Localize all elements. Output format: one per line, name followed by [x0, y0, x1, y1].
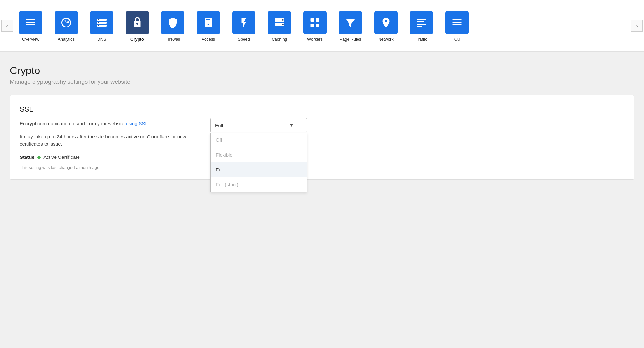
page-title: Crypto — [10, 65, 634, 77]
svg-rect-22 — [453, 19, 462, 20]
bolt-icon — [238, 17, 250, 28]
svg-rect-0 — [26, 19, 35, 20]
nav-label-dns: DNS — [97, 37, 106, 42]
ssl-note: It may take up to 24 hours after the sit… — [20, 133, 194, 148]
more-icon — [451, 17, 463, 28]
ssl-dropdown[interactable]: Full ▼ — [210, 118, 307, 132]
page-content: Crypto Manage cryptography settings for … — [0, 52, 644, 348]
nav-label-page-rules: Page Rules — [339, 37, 361, 42]
dropdown-option-flexible[interactable]: Flexible — [211, 147, 307, 162]
caching-icon-box — [268, 11, 291, 34]
traffic-icon — [416, 17, 427, 28]
svg-rect-23 — [453, 22, 462, 23]
ssl-title: SSL — [20, 105, 194, 114]
ssl-link[interactable]: using SSL. — [126, 121, 149, 126]
dropdown-selected-value: Full — [215, 123, 223, 128]
page-subtitle: Manage cryptography settings for your we… — [10, 79, 634, 85]
nav-item-analytics[interactable]: Analytics — [48, 6, 84, 45]
svg-point-8 — [98, 22, 99, 23]
nav-item-network[interactable]: Network — [368, 6, 404, 45]
dropdown-option-full[interactable]: Full — [211, 162, 307, 177]
analytics-icon-box — [55, 11, 78, 34]
door-icon — [203, 17, 214, 28]
chevron-down-icon: ▼ — [289, 122, 294, 128]
svg-rect-20 — [417, 24, 426, 25]
ssl-changed-text: This setting was last changed a month ag… — [20, 165, 194, 170]
nav-item-crypto[interactable]: Crypto — [119, 6, 155, 45]
nav-items: Overview Analytics DNS — [13, 0, 631, 51]
cu-icon-box — [445, 11, 469, 34]
svg-point-12 — [282, 19, 284, 21]
scroll-left-button[interactable]: ‹ — [1, 20, 13, 32]
nav-item-workers[interactable]: Workers — [297, 6, 333, 45]
dropdown-option-off[interactable]: Off — [211, 133, 307, 147]
nav-item-caching[interactable]: Caching — [262, 6, 297, 45]
card-right: Full ▼ Off Flexible Full Full (strict) — [204, 95, 307, 179]
filter-icon — [345, 17, 356, 28]
workers-icon-box — [303, 11, 327, 34]
dropdown-option-full-strict[interactable]: Full (strict) — [211, 177, 307, 192]
nav-label-access: Access — [202, 37, 215, 42]
svg-rect-24 — [453, 24, 462, 25]
nav-label-network: Network — [378, 37, 394, 42]
svg-point-13 — [282, 24, 284, 25]
svg-rect-21 — [417, 26, 422, 27]
overview-icon — [25, 17, 36, 28]
analytics-icon — [60, 17, 72, 28]
svg-rect-19 — [417, 21, 424, 22]
network-icon-box — [374, 11, 398, 34]
ssl-card: SSL Encrypt communication to and from yo… — [10, 95, 634, 180]
nav-label-cu: Cu — [454, 37, 460, 42]
ssl-status: Status Active Certificate — [20, 154, 194, 160]
nav-item-traffic[interactable]: Traffic — [404, 6, 439, 45]
nav-item-page-rules[interactable]: Page Rules — [333, 6, 368, 45]
svg-rect-18 — [417, 19, 426, 20]
shield-icon — [167, 17, 179, 28]
nav-item-dns[interactable]: DNS — [84, 6, 119, 45]
status-text: Active Certificate — [43, 154, 80, 160]
status-label: Status — [20, 154, 35, 160]
nav-label-analytics: Analytics — [58, 37, 75, 42]
nav-label-overview: Overview — [22, 37, 39, 42]
nav-item-access[interactable]: Access — [191, 6, 226, 45]
nav-label-speed: Speed — [238, 37, 250, 42]
overview-icon-box — [19, 11, 42, 34]
access-icon-box — [197, 11, 220, 34]
ssl-dropdown-wrapper: Full ▼ Off Flexible Full Full (strict) — [210, 118, 301, 132]
page-rules-icon-box — [339, 11, 362, 34]
nav-label-crypto: Crypto — [130, 37, 144, 42]
status-dot — [37, 156, 41, 159]
nav-bar: ‹ Overview Analytics — [0, 0, 644, 52]
svg-rect-1 — [26, 22, 35, 23]
svg-rect-14 — [311, 18, 314, 22]
scroll-right-button[interactable]: › — [631, 20, 643, 32]
firewall-icon-box — [161, 11, 184, 34]
svg-rect-2 — [26, 24, 35, 25]
nav-item-firewall[interactable]: Firewall — [155, 6, 191, 45]
svg-point-9 — [98, 25, 99, 26]
nav-label-traffic: Traffic — [416, 37, 427, 42]
dns-icon — [96, 17, 108, 28]
speed-icon-box — [232, 11, 255, 34]
svg-rect-3 — [26, 27, 31, 27]
nav-item-speed[interactable]: Speed — [226, 6, 262, 45]
svg-rect-16 — [311, 24, 314, 27]
nav-item-overview[interactable]: Overview — [13, 6, 48, 45]
nav-label-caching: Caching — [272, 37, 287, 42]
dns-icon-box — [90, 11, 113, 34]
ssl-description: Encrypt communication to and from your w… — [20, 120, 194, 127]
svg-rect-15 — [316, 18, 319, 22]
crypto-icon-box — [126, 11, 149, 34]
nav-label-firewall: Firewall — [166, 37, 180, 42]
nav-label-workers: Workers — [307, 37, 323, 42]
server-icon — [274, 17, 285, 28]
nav-item-cu[interactable]: Cu — [439, 6, 475, 45]
lock-icon — [131, 17, 143, 28]
svg-rect-17 — [316, 24, 319, 27]
dropdown-menu: Off Flexible Full Full (strict) — [210, 133, 307, 192]
svg-point-7 — [98, 19, 99, 20]
card-left: SSL Encrypt communication to and from yo… — [10, 95, 204, 179]
workers-icon — [309, 17, 321, 28]
pin-icon — [380, 17, 392, 28]
traffic-icon-box — [410, 11, 433, 34]
